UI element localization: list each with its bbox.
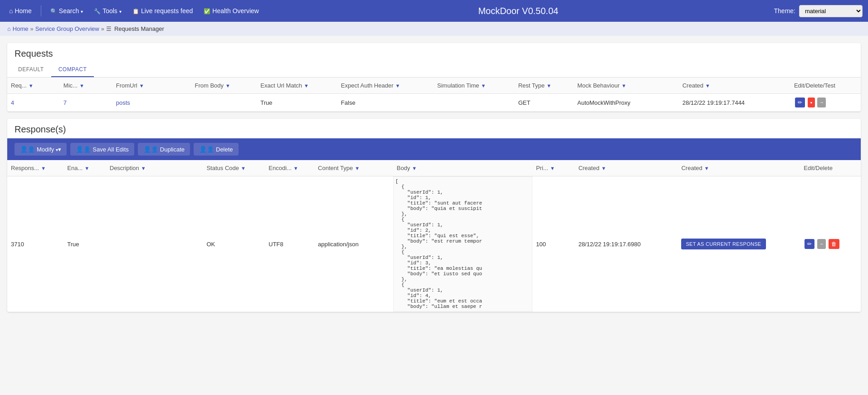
th-resp-edit: Edit/Delete [800, 160, 861, 176]
filter-created1-icon[interactable]: ▼ [601, 166, 606, 171]
filter-rest-icon[interactable]: ▼ [546, 83, 551, 88]
delete-toolbar-icon: 👤 [199, 146, 214, 153]
mic-link[interactable]: 7 [63, 99, 67, 106]
rest-value: GET [518, 99, 531, 106]
resp-cell-edit: ✏ − 🗑 [800, 176, 861, 312]
filter-body-icon[interactable]: ▼ [412, 166, 417, 171]
breadcrumb-home[interactable]: Home [13, 25, 29, 32]
health-icon [204, 7, 210, 15]
menu-icon: ☰ [106, 25, 112, 32]
edit-request-button[interactable]: ✏ [795, 98, 805, 107]
filter-enc-icon[interactable]: ▼ [293, 166, 298, 171]
filter-ct-icon[interactable]: ▼ [355, 166, 360, 171]
theme-label: Theme: [774, 7, 795, 15]
resp-cell-id: 3710 [7, 176, 63, 312]
resp-cell-ct: application/json [314, 176, 393, 312]
filter-created-icon[interactable]: ▼ [705, 83, 710, 88]
th-edit: Edit/Delete/Test [790, 78, 861, 94]
delete-button[interactable]: 👤 Delete [194, 143, 239, 156]
nav-search[interactable]: Search [47, 5, 87, 16]
filter-enabled-icon[interactable]: ▼ [84, 166, 89, 171]
delete-icon: ▪ [810, 99, 812, 106]
nav-home-label: Home [15, 7, 31, 15]
response-toolbar: 👤 Modify ▾ 👤 Save All Edits 👤 Duplicate … [7, 138, 861, 160]
save-all-label: Save All Edits [93, 146, 129, 153]
cell-rest: GET [515, 94, 574, 112]
response-table-row: 3710 True OK UTF8 application/json [ { "… [7, 176, 861, 312]
filter-fromurl-icon[interactable]: ▼ [139, 83, 144, 88]
resp-cell-created1: 28/12/22 19:19:17.6980 [575, 176, 678, 312]
requests-card: Requests DEFAULT COMPACT Req... ▼ Mic... [7, 43, 861, 112]
resp-cell-enc: UTF8 [265, 176, 314, 312]
nav-health[interactable]: Health Overview [200, 5, 263, 16]
delete-response-button[interactable]: 🗑 [829, 239, 839, 249]
filter-desc-icon[interactable]: ▼ [141, 166, 146, 171]
set-current-response-button[interactable]: SET AS CURRENT RESPONSE [681, 239, 766, 249]
nav-live-label: Live requests feed [141, 7, 193, 15]
tab-compact[interactable]: COMPACT [51, 63, 94, 77]
modify-chevron-icon: ▾ [56, 146, 61, 153]
requests-title: Requests [7, 43, 861, 63]
body-content: [ { "userId": 1, "id": 1, "title": "sunt… [395, 179, 495, 309]
responses-header-row: Respons... ▼ Ena... ▼ Description [7, 160, 861, 176]
cell-frombody [191, 94, 257, 112]
nav-tools-label: Tools [102, 7, 117, 15]
live-icon [132, 7, 139, 15]
filter-mic-icon[interactable]: ▼ [79, 83, 84, 88]
filter-mock-icon[interactable]: ▼ [621, 83, 626, 88]
theme-select[interactable]: material default dark [799, 5, 863, 17]
auth-value: False [341, 99, 356, 106]
th-rest: Rest Type ▼ [515, 78, 574, 94]
save-all-button[interactable]: 👤 Save All Edits [70, 143, 134, 156]
body-content-container[interactable]: [ { "userId": 1, "id": 1, "title": "sunt… [393, 176, 532, 312]
th-enabled: Ena... ▼ [63, 160, 106, 176]
delete-request-button[interactable]: ▪ [808, 98, 815, 107]
tools-chevron-icon [119, 7, 122, 15]
th-sim: Simulation Time ▼ [434, 78, 515, 94]
search-chevron-icon [81, 7, 83, 15]
minus-response-button[interactable]: − [817, 239, 826, 249]
nav-tools[interactable]: Tools [90, 5, 125, 16]
filter-req-icon[interactable]: ▼ [29, 83, 34, 88]
th-mock: Mock Behaviour ▼ [574, 78, 679, 94]
th-frombody: From Body ▼ [191, 78, 257, 94]
edit-response-button[interactable]: ✏ [805, 239, 814, 249]
minus-request-button[interactable]: − [817, 98, 826, 107]
breadcrumb-group[interactable]: Service Group Overview [35, 25, 99, 32]
filter-pri-icon[interactable]: ▼ [550, 166, 555, 171]
filter-respid-icon[interactable]: ▼ [41, 166, 46, 171]
responses-card: Response(s) 👤 Modify ▾ 👤 Save All Edits … [7, 119, 861, 312]
th-req: Req... ▼ [7, 78, 60, 94]
resp-cell-created2: SET AS CURRENT RESPONSE [678, 176, 800, 312]
main-content: Requests DEFAULT COMPACT Req... ▼ Mic... [0, 36, 868, 327]
nav-live[interactable]: Live requests feed [129, 5, 196, 16]
requests-tabs: DEFAULT COMPACT [7, 63, 861, 78]
th-status: Status Code ▼ [203, 160, 265, 176]
resp-cell-pri: 100 [532, 176, 575, 312]
filter-auth-icon[interactable]: ▼ [395, 83, 400, 88]
filter-exact-icon[interactable]: ▼ [304, 83, 309, 88]
delete-label: Delete [216, 146, 233, 153]
modify-button[interactable]: 👤 Modify ▾ [15, 143, 67, 156]
modify-label: Modify [37, 146, 54, 153]
minus-resp-icon: − [820, 241, 823, 247]
req-link[interactable]: 4 [11, 99, 14, 106]
top-navigation: Home Search Tools Live requests feed Hea… [0, 0, 868, 22]
filter-status-icon[interactable]: ▼ [241, 166, 246, 171]
filter-sim-icon[interactable]: ▼ [481, 83, 486, 88]
cell-mock: AutoMockWithProxy [574, 94, 679, 112]
nav-home[interactable]: Home [5, 5, 35, 16]
exact-value: True [260, 99, 272, 106]
fromurl-link[interactable]: posts [116, 99, 130, 106]
filter-created2-icon[interactable]: ▼ [704, 166, 709, 171]
cell-auth: False [337, 94, 434, 112]
th-created2: Created ▼ [678, 160, 800, 176]
duplicate-button[interactable]: 👤 Duplicate [138, 143, 190, 156]
breadcrumb: Home » Service Group Overview » ☰ Reques… [0, 22, 868, 36]
cell-fromurl: posts [112, 94, 191, 112]
filter-frombody-icon[interactable]: ▼ [225, 83, 230, 88]
tab-default[interactable]: DEFAULT [11, 63, 51, 77]
nav-divider-1 [41, 5, 41, 16]
th-pri: Pri... ▼ [532, 160, 575, 176]
cell-req: 4 [7, 94, 60, 112]
